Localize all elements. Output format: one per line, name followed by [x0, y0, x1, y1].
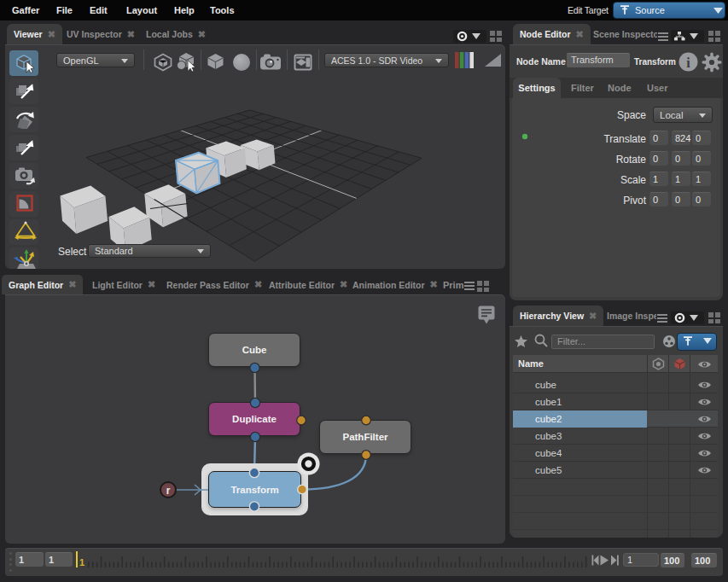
svg-text:r: r — [166, 485, 171, 497]
svg-text:i: i — [686, 55, 690, 70]
